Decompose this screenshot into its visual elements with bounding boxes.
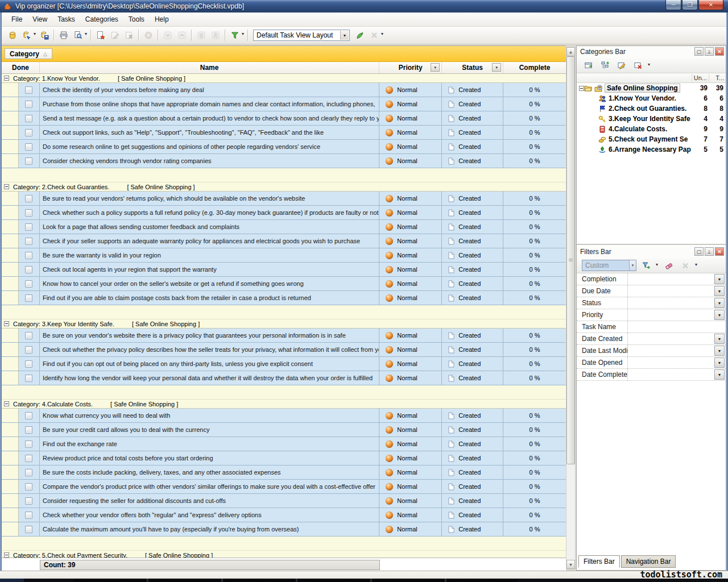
task-checkbox[interactable] [25, 426, 32, 434]
column-header-name[interactable]: Name [40, 62, 379, 73]
task-checkbox[interactable] [25, 440, 32, 448]
vertical-scrollbar[interactable]: ▲ ▼ [566, 47, 576, 569]
menu-tasks[interactable]: Tasks [52, 13, 80, 26]
task-row[interactable]: Calculate the maximum amount you'll have… [2, 522, 566, 537]
category-tree-item[interactable]: 1.Know Your Vendor.66 [577, 93, 726, 103]
category-tree-item[interactable]: 6.Arrange Necessary Pap55 [577, 144, 726, 155]
task-row[interactable]: Look for a page that allows sending cust… [2, 220, 566, 234]
task-checkbox[interactable] [25, 294, 32, 302]
collapse-group-icon[interactable] [4, 76, 9, 81]
panel-pin-icon[interactable]: ⊥ [705, 247, 714, 256]
windows-taskbar[interactable] [0, 579, 728, 582]
panel-close-icon[interactable]: ✕ [715, 247, 724, 256]
open-database-button[interactable] [19, 28, 34, 42]
task-checkbox[interactable] [25, 332, 32, 339]
filter-value-input[interactable] [628, 345, 726, 356]
task-checkbox[interactable] [25, 280, 32, 288]
close-button[interactable]: ✕ [698, 0, 723, 10]
tab-navigation-bar[interactable]: Navigation Bar [621, 555, 676, 568]
category-tree-item[interactable]: 4.Calculate Costs.99 [577, 124, 726, 134]
category-tree-item[interactable]: 3.Keep Your Identity Safe44 [577, 114, 726, 124]
filter-value-input[interactable] [628, 333, 726, 344]
collapse-group-icon[interactable] [4, 184, 9, 189]
group-header-row[interactable]: Category: 3.Keep Your Identity Safe.[ Sa… [2, 319, 566, 329]
chevron-down-icon[interactable]: ▾ [656, 262, 658, 267]
column-header-complete[interactable]: Complete [503, 62, 566, 73]
toolbar-overflow-icon[interactable]: ▾ [85, 31, 87, 36]
new-category-button[interactable] [582, 59, 595, 72]
task-checkbox[interactable] [25, 346, 32, 354]
task-row[interactable]: Consider requesting the seller for addit… [2, 494, 566, 508]
task-checkbox[interactable] [25, 469, 32, 476]
filter-dropdown-button[interactable]: ▼ [714, 357, 725, 368]
delete-category-button[interactable] [631, 59, 645, 72]
task-checkbox[interactable] [25, 412, 32, 419]
category-tree-item[interactable]: 2.Check out Guaranties.88 [577, 103, 726, 114]
task-checkbox[interactable] [25, 526, 32, 533]
category-tree-item[interactable]: Safe Online Shopping3939 [577, 83, 726, 93]
filter-dropdown-button[interactable]: ▼ [714, 346, 725, 356]
task-row[interactable]: Purchase from those online shops that ha… [2, 97, 566, 111]
column-header-status[interactable]: Status ▼ [442, 62, 503, 73]
group-header-row[interactable]: Category: 1.Know Your Vendor.[ Safe Onli… [2, 74, 566, 83]
menu-tools[interactable]: Tools [123, 13, 150, 26]
panel-restore-icon[interactable]: ▢ [694, 247, 704, 256]
filter-value-input[interactable] [628, 297, 726, 309]
filter-dropdown-button[interactable]: ▼ [714, 334, 725, 344]
panel-pin-icon[interactable]: ⊥ [705, 47, 714, 56]
restore-button[interactable]: ❐ [682, 0, 698, 10]
chevron-down-icon[interactable]: ▼ [340, 31, 349, 40]
task-row[interactable]: Send a test message (e.g. ask a question… [2, 111, 566, 126]
task-row[interactable]: Be sure on your vendor's website there i… [2, 329, 566, 343]
new-task-button[interactable] [93, 28, 107, 42]
task-row[interactable]: Compare the vendor's product price with … [2, 480, 566, 494]
print-button[interactable] [56, 28, 71, 42]
eraser-button[interactable] [662, 259, 676, 272]
task-row[interactable]: Find out if you are able to claim postag… [2, 291, 566, 305]
panel-close-icon[interactable]: ✕ [715, 47, 724, 56]
task-row[interactable]: Do some research online to get suggestio… [2, 140, 566, 154]
task-checkbox[interactable] [25, 252, 32, 259]
filter-value-input[interactable] [628, 321, 726, 332]
task-row[interactable]: Check out support links, such as "Help",… [2, 126, 566, 140]
tree-column-total[interactable]: T... [709, 74, 726, 81]
filter-value-input[interactable] [628, 285, 726, 297]
menu-categories[interactable]: Categories [80, 13, 123, 26]
task-row[interactable]: Know what currency you will need to deal… [2, 409, 566, 423]
filter-dropdown-button[interactable]: ▼ [714, 369, 725, 380]
filter-dropdown-button[interactable]: ▼ [714, 286, 725, 296]
task-checkbox[interactable] [25, 238, 32, 245]
group-header-row[interactable]: Category: 2.Check out Guaranties.[ Safe … [2, 182, 566, 192]
collapse-tree-icon[interactable] [579, 86, 584, 91]
filter-preset-combobox[interactable]: Custom▼ [582, 260, 636, 271]
menu-help[interactable]: Help [150, 13, 174, 26]
task-checkbox[interactable] [25, 129, 32, 136]
toolbar-overflow-icon[interactable]: ▾ [381, 31, 383, 36]
filter-dropdown-button[interactable]: ▼ [714, 310, 725, 320]
task-checkbox[interactable] [25, 86, 32, 94]
collapse-group-icon[interactable] [4, 552, 9, 558]
print-preview-button[interactable] [71, 28, 85, 42]
column-header-done[interactable]: Done [2, 62, 40, 73]
task-row[interactable]: Check whether such a policy supports a f… [2, 206, 566, 220]
minimize-button[interactable]: ─ [665, 0, 681, 10]
task-row[interactable]: Be sure the costs include packing, deliv… [2, 465, 566, 480]
apply-layout-button[interactable] [353, 28, 367, 42]
toolbar-overflow-icon[interactable]: ▾ [242, 31, 244, 36]
category-tree-item[interactable]: 5.Check out Payment Se77 [577, 134, 726, 144]
tab-filters-bar[interactable]: Filters Bar [578, 555, 620, 568]
task-checkbox[interactable] [25, 223, 32, 231]
task-row[interactable]: Check out local agents in your region th… [2, 263, 566, 277]
menu-view[interactable]: View [27, 13, 52, 26]
tree-column-uncompleted[interactable]: Un... [692, 74, 709, 81]
task-checkbox[interactable] [25, 483, 32, 490]
toolbar-overflow-icon[interactable]: ▾ [648, 62, 650, 67]
panel-restore-icon[interactable]: ▢ [694, 47, 704, 56]
task-checkbox[interactable] [25, 101, 32, 108]
scroll-up-button[interactable]: ▲ [566, 47, 575, 56]
filter-button[interactable] [228, 28, 242, 42]
filter-value-input[interactable] [628, 369, 726, 380]
task-checkbox[interactable] [25, 157, 32, 165]
edit-category-button[interactable] [615, 59, 628, 72]
menu-file[interactable]: File [6, 13, 27, 26]
